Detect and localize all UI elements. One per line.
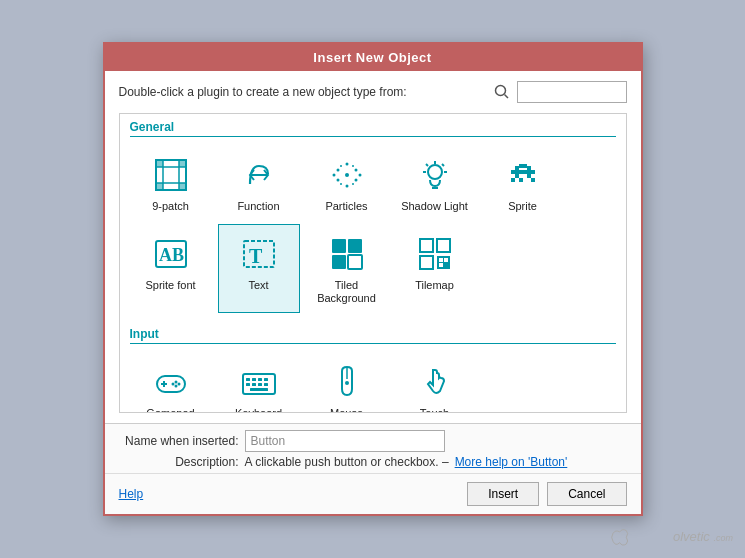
section-input-title: Input (130, 327, 616, 344)
svg-line-29 (442, 164, 444, 166)
svg-rect-71 (258, 383, 262, 386)
plugin-gamepad-label: Gamepad (146, 407, 194, 413)
section-input: Input (120, 321, 626, 413)
watermark: olvetic .com (609, 526, 733, 550)
plugin-mouse-icon (326, 361, 368, 403)
svg-point-62 (174, 384, 177, 387)
plugin-text-icon: T (238, 233, 280, 275)
plugin-shadowlight-label: Shadow Light (401, 200, 468, 213)
search-input[interactable] (517, 81, 627, 103)
svg-rect-36 (515, 170, 531, 174)
insert-button[interactable]: Insert (467, 482, 539, 506)
plugin-9patch[interactable]: 9-patch (130, 145, 212, 220)
svg-rect-40 (519, 178, 523, 182)
plugin-gamepad-icon (150, 361, 192, 403)
svg-rect-53 (437, 256, 450, 269)
plugin-sprite[interactable]: Sprite (482, 145, 564, 220)
plugin-9patch-icon (150, 154, 192, 196)
dialog: Insert New Object Double-click a plugin … (103, 42, 643, 516)
svg-rect-33 (519, 164, 527, 168)
svg-rect-31 (511, 170, 515, 174)
search-label: Double-click a plugin to create a new ob… (119, 85, 487, 99)
svg-point-22 (340, 183, 342, 185)
svg-point-13 (354, 169, 357, 172)
svg-rect-10 (179, 183, 186, 190)
plugin-mouse[interactable]: Mouse (306, 352, 388, 413)
plugin-tilemap[interactable]: Tilemap (394, 224, 476, 312)
plugin-shadowlight[interactable]: Shadow Light (394, 145, 476, 220)
plugin-spritefont[interactable]: AB Sprite font (130, 224, 212, 312)
plugin-particles[interactable]: Particles (306, 145, 388, 220)
plugin-9patch-label: 9-patch (152, 200, 189, 213)
plugin-text-label: Text (248, 279, 268, 292)
svg-point-16 (345, 163, 348, 166)
plugin-mouse-label: Mouse (330, 407, 363, 413)
svg-rect-46 (332, 239, 346, 253)
svg-point-23 (352, 183, 354, 185)
plugin-tiledbackground-label: Tiled Background (311, 279, 383, 305)
plugin-touch[interactable]: Touch (394, 352, 476, 413)
plugin-keyboard-icon (238, 361, 280, 403)
svg-point-11 (345, 173, 349, 177)
svg-rect-55 (444, 258, 448, 262)
name-input[interactable] (245, 430, 445, 452)
plugin-keyboard[interactable]: Keyboard (218, 352, 300, 413)
svg-rect-54 (439, 258, 443, 262)
svg-point-19 (358, 174, 361, 177)
svg-rect-41 (531, 178, 535, 182)
svg-rect-38 (527, 174, 531, 178)
desc-help-link[interactable]: More help on 'Button' (455, 455, 568, 469)
svg-point-63 (171, 382, 174, 385)
plugin-shadowlight-icon (414, 154, 456, 196)
svg-point-20 (340, 165, 342, 167)
svg-rect-52 (420, 256, 433, 269)
svg-rect-51 (437, 239, 450, 252)
svg-text:AB: AB (159, 245, 184, 265)
plugin-sprite-icon (502, 154, 544, 196)
plugin-gamepad[interactable]: Gamepad (130, 352, 212, 413)
svg-line-26 (426, 164, 428, 166)
svg-rect-70 (252, 383, 256, 386)
plugin-tilemap-icon (414, 233, 456, 275)
svg-point-0 (495, 86, 505, 96)
svg-rect-7 (156, 160, 163, 167)
plugin-scroll-area[interactable]: General (119, 113, 627, 413)
svg-rect-49 (348, 255, 362, 269)
plugin-sprite-label: Sprite (508, 200, 537, 213)
svg-rect-39 (511, 178, 515, 182)
plugin-touch-label: Touch (420, 407, 449, 413)
plugin-function-label: Function (237, 200, 279, 213)
plugin-spritefont-label: Sprite font (145, 279, 195, 292)
svg-rect-66 (252, 378, 256, 381)
help-link[interactable]: Help (119, 487, 144, 501)
svg-rect-48 (332, 255, 346, 269)
plugin-text[interactable]: T Text (218, 224, 300, 312)
svg-point-12 (336, 169, 339, 172)
search-row: Double-click a plugin to create a new ob… (119, 81, 627, 103)
svg-text:T: T (249, 245, 263, 267)
svg-point-18 (332, 174, 335, 177)
svg-rect-69 (246, 383, 250, 386)
cancel-button[interactable]: Cancel (547, 482, 626, 506)
dialog-titlebar: Insert New Object (105, 44, 641, 71)
section-general-title: General (130, 120, 616, 137)
plugin-function[interactable]: Function (218, 145, 300, 220)
desc-text: A clickable push button or checkbox. – (245, 455, 449, 469)
plugin-tiledbackground-icon (326, 233, 368, 275)
general-plugin-grid: 9-patch (130, 145, 616, 313)
svg-rect-68 (264, 378, 268, 381)
name-label: Name when inserted: (119, 434, 239, 448)
search-icon (493, 83, 511, 101)
dialog-title: Insert New Object (313, 50, 431, 65)
svg-rect-8 (179, 160, 186, 167)
section-general: General (120, 114, 626, 321)
svg-point-75 (345, 381, 349, 385)
desc-row: Description: A clickable push button or … (119, 455, 627, 469)
plugin-tiledbackground[interactable]: Tiled Background (306, 224, 388, 312)
svg-rect-9 (156, 183, 163, 190)
svg-rect-35 (531, 170, 535, 174)
svg-point-15 (354, 179, 357, 182)
plugin-tilemap-label: Tilemap (415, 279, 454, 292)
svg-rect-72 (264, 383, 268, 386)
svg-rect-34 (527, 166, 531, 170)
